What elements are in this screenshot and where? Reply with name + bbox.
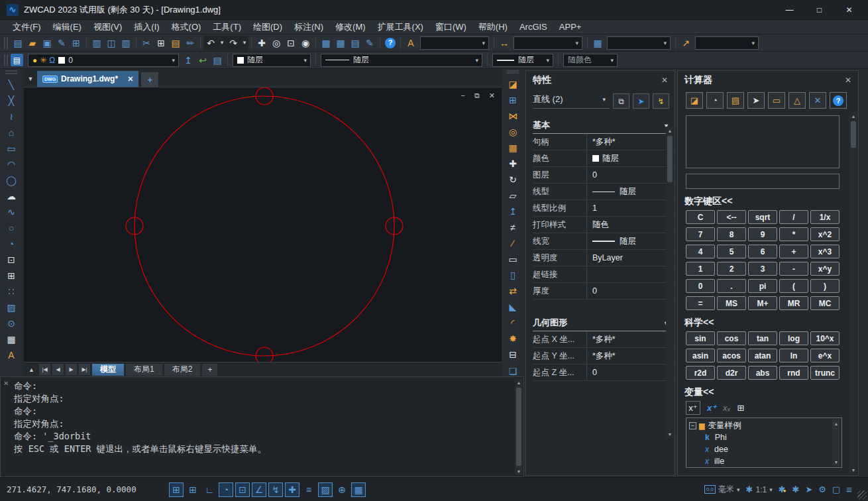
angle-of-line-icon[interactable]: △ xyxy=(788,92,806,109)
calculator-key[interactable]: C xyxy=(686,210,715,224)
delete-variable-button[interactable]: xₓ xyxy=(723,403,730,413)
get-coordinates-icon[interactable]: ➤ xyxy=(747,92,765,109)
doc-restore-button[interactable]: ⧉ xyxy=(474,91,480,100)
calculator-key[interactable]: r2d xyxy=(686,366,715,380)
spline-icon[interactable]: ∿ xyxy=(3,204,19,220)
property-value[interactable]: 随层 xyxy=(587,233,675,249)
calculator-key[interactable]: * xyxy=(779,227,808,241)
property-value[interactable]: ByLayer xyxy=(587,250,675,266)
copy-icon[interactable]: ⊞ xyxy=(154,36,168,50)
grid-icon[interactable]: ⊞ xyxy=(169,482,184,497)
calculator-key[interactable]: cos xyxy=(717,331,746,345)
calculator-key[interactable]: = xyxy=(686,296,715,310)
calculator-key[interactable]: x^3 xyxy=(810,245,840,258)
move-icon[interactable]: ✚ xyxy=(505,156,521,172)
hatch-icon[interactable]: ▨ xyxy=(3,300,19,315)
minimize-button[interactable]: — xyxy=(775,1,804,19)
calculator-key[interactable]: sqrt xyxy=(748,210,777,224)
command-scrollbar[interactable]: ▲ ▼ xyxy=(515,378,523,475)
snap-icon[interactable]: ⊞ xyxy=(186,482,200,497)
calculator-key[interactable]: MC xyxy=(810,296,840,310)
undo-icon[interactable]: ↶ xyxy=(203,36,218,50)
drawing-canvas[interactable]: −⧉✕ xyxy=(24,87,502,362)
variable-row[interactable]: k Phi xyxy=(689,431,841,443)
toggle-pickadd-button[interactable]: ↯ xyxy=(653,93,669,109)
clear-icon[interactable]: ◪ xyxy=(686,92,703,109)
calculator-key[interactable]: 4 xyxy=(686,245,715,258)
save-as-icon[interactable]: ✎ xyxy=(54,36,69,50)
section-header-geometry[interactable]: 几何图形▾ xyxy=(533,317,668,331)
document-tab[interactable]: DWG Drawing1.dwg* ✕ xyxy=(37,71,138,87)
offset-icon[interactable]: ◎ xyxy=(505,124,521,140)
calculator-key[interactable]: 1 xyxy=(686,262,715,276)
collapse-icon[interactable]: − xyxy=(689,422,696,429)
paste-icon[interactable]: ▤ xyxy=(168,36,183,50)
revision-cloud-icon[interactable]: ☁ xyxy=(3,188,19,204)
property-value[interactable]: *多种* xyxy=(587,348,675,364)
lineweight-select[interactable]: 随层▾ xyxy=(492,54,553,67)
calculator-key[interactable]: - xyxy=(779,262,808,276)
erase-icon[interactable]: ◪ xyxy=(505,76,521,92)
fullscreen-icon[interactable]: ▢ xyxy=(832,484,840,494)
table-cells-icon[interactable]: ▦ xyxy=(3,331,19,347)
property-row-lineweight[interactable]: 线宽 随层 xyxy=(533,233,675,250)
history-icon[interactable]: ◔ xyxy=(706,92,724,109)
menu-item[interactable]: 编辑(E) xyxy=(47,20,87,34)
polygon-icon[interactable]: ⌂ xyxy=(3,125,19,140)
calculator-key[interactable]: 7 xyxy=(686,227,715,241)
calculator-key[interactable]: rnd xyxy=(779,366,808,380)
calculator-key[interactable]: 1/x xyxy=(810,210,840,224)
redo-dropdown-icon[interactable]: ▾ xyxy=(241,36,248,50)
text-style-icon[interactable]: A xyxy=(404,36,418,50)
calculator-input-field[interactable] xyxy=(686,174,840,189)
stretch-icon[interactable]: ↥ xyxy=(505,203,521,219)
create-block-icon[interactable]: ⊞ xyxy=(3,268,19,284)
menu-item[interactable]: 文件(F) xyxy=(7,20,47,34)
open-file-icon[interactable]: ▰ xyxy=(25,36,40,50)
layer-manager-icon[interactable]: ▤ xyxy=(11,54,23,66)
table-style-icon[interactable]: ▦ xyxy=(590,36,605,50)
match-properties-icon[interactable]: ✏ xyxy=(183,36,197,50)
dim-style-select[interactable]: ▾ xyxy=(514,36,582,50)
menu-item[interactable]: 修改(M) xyxy=(329,20,372,34)
zoom-window-icon[interactable]: ⊡ xyxy=(284,36,298,50)
calculator-key[interactable]: asin xyxy=(686,349,715,362)
scrollbar-thumb[interactable] xyxy=(516,388,521,466)
zoom-previous-icon[interactable]: ◉ xyxy=(298,36,313,50)
draw-order-icon[interactable]: ❏ xyxy=(505,366,521,376)
sheet-set-icon[interactable]: ▤ xyxy=(348,36,362,50)
command-close-icon[interactable]: ✕ xyxy=(3,380,9,387)
property-row-start-y[interactable]: 起点 Y 坐... *多种* xyxy=(533,348,675,364)
hamburger-menu-icon[interactable]: ≡ xyxy=(846,484,852,495)
arc-icon[interactable]: ◠ xyxy=(3,156,19,172)
property-value[interactable]: 0 xyxy=(587,167,675,183)
dynamic-ucs-icon[interactable]: ▦ xyxy=(351,482,366,497)
dynamic-input-icon[interactable]: ↯ xyxy=(268,482,283,497)
property-value[interactable]: 随层 xyxy=(587,150,675,166)
lineweight-display-icon[interactable]: ✚ xyxy=(285,482,299,497)
insert-block-icon[interactable]: ⊡ xyxy=(3,252,19,268)
calculator-key[interactable]: atan xyxy=(748,349,777,362)
color-select[interactable]: 随层▾ xyxy=(233,54,311,67)
break-icon[interactable]: ▯ xyxy=(505,267,521,283)
layer-previous-icon[interactable]: ↩ xyxy=(195,53,210,68)
polyline-icon[interactable]: ≀ xyxy=(3,109,19,125)
scroll-down-icon[interactable]: ▼ xyxy=(834,458,839,466)
explode-icon[interactable]: ✸ xyxy=(505,331,521,347)
zoom-realtime-icon[interactable]: ◎ xyxy=(269,36,284,50)
layer-select[interactable]: ● ✳ Ω 0 ▾ xyxy=(28,54,179,67)
calculator-key[interactable]: ) xyxy=(810,279,840,293)
calculator-key[interactable]: 3 xyxy=(748,262,777,276)
calculator-key[interactable]: d2r xyxy=(717,366,746,380)
property-row-linetype[interactable]: 线型 随层 xyxy=(533,184,675,200)
calculator-key[interactable]: e^x xyxy=(810,349,840,362)
selection-filter-icon[interactable]: ➤ xyxy=(805,484,812,494)
property-row-start-z[interactable]: 起点 Z 坐... 0 xyxy=(533,364,675,381)
trim-icon[interactable]: ≠ xyxy=(505,219,521,235)
calculator-key[interactable]: 8 xyxy=(717,227,746,241)
variable-row[interactable]: x ille xyxy=(689,455,841,467)
extend-icon[interactable]: ∕ xyxy=(505,235,521,251)
ellipse-icon[interactable]: ○ xyxy=(3,220,19,236)
markup-icon[interactable]: ✎ xyxy=(362,36,377,50)
join-icon[interactable]: ⇄ xyxy=(505,283,521,299)
